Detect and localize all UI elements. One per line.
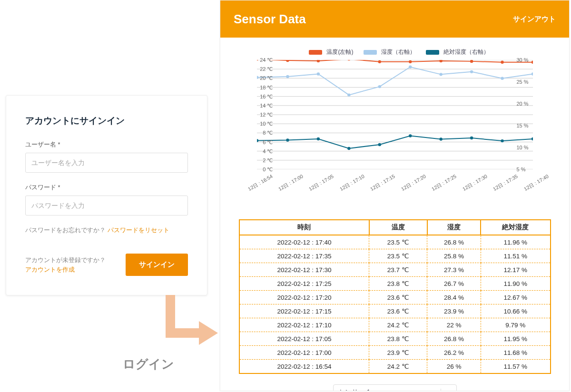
x-tick: 12日 : 17:30 bbox=[461, 173, 488, 193]
sensor-panel: Sensor Data サインアウト 温度(左軸) 湿度（右軸） 絶対湿度（右軸… bbox=[220, 0, 570, 391]
legend-swatch-humid bbox=[364, 50, 377, 55]
table-cell: 27.3 % bbox=[427, 263, 481, 277]
svg-point-42 bbox=[531, 137, 532, 140]
create-account-block: アカウントが未登録ですか？ アカウントを作成 bbox=[25, 255, 106, 274]
table-cell: 25.8 % bbox=[427, 249, 481, 263]
x-tick: 12日 : 17:05 bbox=[308, 173, 335, 193]
table-cell: 12.67 % bbox=[481, 291, 550, 304]
legend-abshumid: 絶対湿度（右軸） bbox=[443, 49, 489, 55]
y-left-tick: 12 ℃ bbox=[254, 112, 273, 118]
y-right-tick: 25 % bbox=[517, 79, 536, 85]
legend-humid: 湿度（右軸） bbox=[381, 49, 415, 55]
legend-temp: 温度(左軸) bbox=[326, 49, 353, 55]
table-cell: 26.8 % bbox=[427, 332, 481, 346]
svg-point-28 bbox=[409, 66, 412, 69]
table-cell: 26.8 % bbox=[427, 235, 481, 249]
table-row: 2022-02-12 : 16:5424.2 ℃26 %11.57 % bbox=[239, 360, 551, 374]
chart-legend: 温度(左軸) 湿度（右軸） 絶対湿度（右軸） bbox=[238, 48, 552, 56]
table-cell: 23.5 ℃ bbox=[369, 249, 427, 263]
legend-swatch-abshumid bbox=[426, 50, 439, 55]
reset-link[interactable]: パスワードをリセット bbox=[108, 226, 169, 234]
svg-point-19 bbox=[439, 60, 442, 62]
svg-point-37 bbox=[378, 143, 381, 146]
table-cell: 23.6 ℃ bbox=[369, 304, 427, 318]
svg-point-17 bbox=[378, 60, 381, 63]
table-cell: 22 % bbox=[427, 318, 481, 332]
table-cell: 23.9 % bbox=[427, 304, 481, 318]
svg-point-26 bbox=[347, 93, 350, 96]
svg-point-40 bbox=[470, 137, 473, 139]
svg-point-38 bbox=[409, 134, 412, 137]
sensor-select[interactable]: センサー 1 bbox=[333, 384, 457, 391]
table-cell: 2022-02-12 : 17:30 bbox=[239, 263, 369, 277]
chart-plot: 0 ℃2 ℃4 ℃6 ℃8 ℃10 ℃12 ℃14 ℃16 ℃18 ℃20 ℃2… bbox=[257, 60, 533, 169]
table-cell: 2022-02-12 : 17:40 bbox=[239, 235, 369, 249]
table-header: 湿度 bbox=[427, 220, 481, 235]
x-tick: 12日 : 17:00 bbox=[277, 173, 305, 193]
table-cell: 24.2 ℃ bbox=[369, 360, 427, 374]
y-left-tick: 10 ℃ bbox=[254, 121, 273, 127]
svg-point-31 bbox=[501, 77, 503, 79]
table-cell: 24.2 ℃ bbox=[369, 318, 427, 332]
svg-point-39 bbox=[439, 137, 442, 140]
table-row: 2022-02-12 : 17:0023.9 ℃26.2 %11.68 % bbox=[239, 346, 551, 360]
table-cell: 26.2 % bbox=[427, 346, 481, 360]
y-left-tick: 6 ℃ bbox=[254, 139, 273, 145]
svg-point-34 bbox=[286, 138, 289, 141]
table-cell: 23.8 ℃ bbox=[369, 277, 427, 291]
y-left-tick: 14 ℃ bbox=[254, 102, 273, 108]
svg-point-25 bbox=[316, 72, 319, 75]
table-cell: 9.79 % bbox=[481, 318, 550, 332]
y-left-tick: 0 ℃ bbox=[254, 167, 273, 173]
login-title: アカウントにサインイン bbox=[25, 115, 188, 127]
table-row: 2022-02-12 : 17:1024.2 ℃22 %9.79 % bbox=[239, 318, 551, 332]
table-cell: 2022-02-12 : 16:54 bbox=[239, 360, 369, 374]
table-cell: 11.96 % bbox=[481, 235, 550, 249]
svg-point-36 bbox=[347, 147, 350, 150]
table-cell: 2022-02-12 : 17:35 bbox=[239, 249, 369, 263]
signin-button[interactable]: サインイン bbox=[126, 254, 188, 276]
y-right-tick: 5 % bbox=[517, 167, 536, 172]
forgot-prompt: パスワードをお忘れですか？ bbox=[25, 226, 106, 234]
password-input[interactable] bbox=[25, 196, 188, 216]
y-right-tick: 30 % bbox=[517, 57, 536, 63]
create-account-link[interactable]: アカウントを作成 bbox=[25, 265, 106, 274]
table-cell: 11.51 % bbox=[481, 249, 550, 263]
password-label: パスワード * bbox=[25, 183, 188, 192]
username-input[interactable] bbox=[25, 153, 188, 173]
table-row: 2022-02-12 : 17:4023.5 ℃26.8 %11.96 % bbox=[239, 235, 551, 249]
table-row: 2022-02-12 : 17:3523.5 ℃25.8 %11.51 % bbox=[239, 249, 551, 263]
table-cell: 2022-02-12 : 17:10 bbox=[239, 318, 369, 332]
username-label: ユーザー名 * bbox=[25, 140, 188, 149]
forgot-line: パスワードをお忘れですか？ パスワードをリセット bbox=[25, 226, 188, 235]
signout-link[interactable]: サインアウト bbox=[513, 15, 556, 24]
table-cell: 11.95 % bbox=[481, 332, 550, 346]
y-left-tick: 16 ℃ bbox=[254, 93, 273, 99]
table-cell: 11.90 % bbox=[481, 277, 550, 291]
svg-point-18 bbox=[409, 60, 412, 63]
table-row: 2022-02-12 : 17:2523.8 ℃26.7 %11.90 % bbox=[239, 277, 551, 291]
sensor-table: 時刻温度湿度絶対湿度 2022-02-12 : 17:4023.5 ℃26.8 … bbox=[239, 219, 551, 374]
svg-point-16 bbox=[347, 60, 350, 60]
table-cell: 10.66 % bbox=[481, 304, 550, 318]
chevron-down-icon bbox=[441, 389, 452, 391]
y-left-tick: 20 ℃ bbox=[254, 75, 273, 81]
table-row: 2022-02-12 : 17:0523.8 ℃26.8 %11.95 % bbox=[239, 332, 551, 346]
table-cell: 11.68 % bbox=[481, 346, 550, 360]
chart-area: 温度(左軸) 湿度（右軸） 絶対湿度（右軸） 0 ℃2 ℃4 ℃6 ℃8 ℃10… bbox=[238, 48, 552, 191]
table-row: 2022-02-12 : 17:1523.6 ℃23.9 %10.66 % bbox=[239, 304, 551, 318]
x-tick: 12日 : 17:25 bbox=[431, 173, 458, 193]
legend-swatch-temp bbox=[309, 50, 322, 55]
table-header: 時刻 bbox=[239, 220, 369, 235]
y-right-tick: 10 % bbox=[517, 145, 536, 150]
table-cell: 23.5 ℃ bbox=[369, 235, 427, 249]
table-cell: 26 % bbox=[427, 360, 481, 374]
sensor-header: Sensor Data サインアウト bbox=[220, 0, 569, 38]
svg-point-32 bbox=[531, 72, 532, 75]
table-cell: 12.17 % bbox=[481, 263, 550, 277]
x-tick: 12日 : 17:15 bbox=[369, 173, 396, 193]
table-row: 2022-02-12 : 17:2023.6 ℃28.4 %12.67 % bbox=[239, 291, 551, 304]
y-left-tick: 2 ℃ bbox=[254, 157, 273, 163]
svg-point-14 bbox=[286, 60, 289, 62]
table-cell: 2022-02-12 : 17:05 bbox=[239, 332, 369, 346]
